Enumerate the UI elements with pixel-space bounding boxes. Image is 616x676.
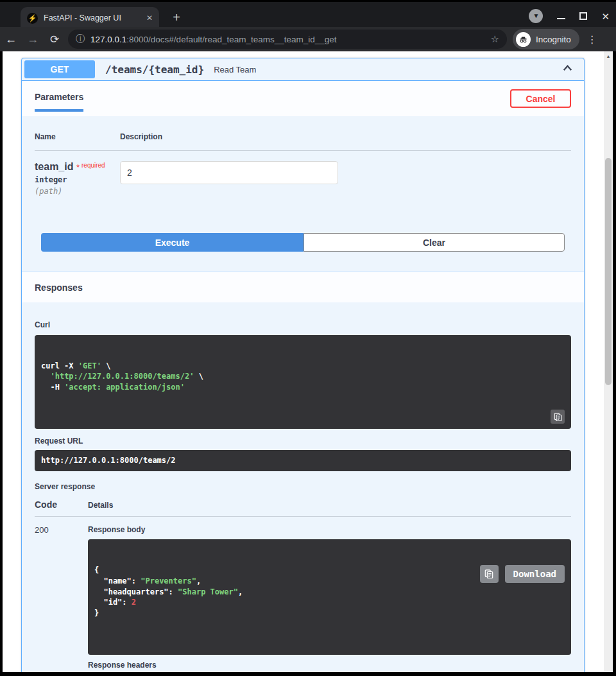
url-path: :8000/docs#/default/read_team_teams__tea… [126,35,336,44]
required-label: required [81,162,105,169]
column-description-header: Description [120,132,162,141]
response-details-cell: Response body { "name": "Preventers", "h… [88,525,571,672]
bookmark-star-icon[interactable]: ☆ [491,33,499,45]
browser-chrome: ⚡ FastAPI - Swagger UI ✕ + ▼ ✕ ← → ⟳ ⓘ 1… [0,0,616,51]
parameter-location: (path) [35,187,120,196]
url-text[interactable]: 127.0.0.1:8000/docs#/default/read_team_t… [90,35,486,44]
response-body-label: Response body [88,525,571,534]
responses-section-header: Responses [22,272,584,302]
parameters-section-header: Parameters Cancel [22,81,584,116]
parameter-value-cell [120,161,338,196]
parameters-table-header: Name Description [35,132,571,151]
column-name-header: Name [35,132,120,141]
download-button[interactable]: Download [505,565,565,583]
server-response-table-header: Code Details [35,499,571,517]
tab-title: FastAPI - Swagger UI [44,13,142,22]
scrollbar-thumb[interactable] [605,158,612,385]
tab-close-icon[interactable]: ✕ [146,13,153,22]
fastapi-favicon-icon: ⚡ [27,13,38,24]
scrollbar-up-icon[interactable]: ▲ [604,51,613,58]
curl-command: curl -X 'GET' \ 'http://127.0.0.1:8000/t… [41,361,565,393]
response-body-block: { "name": "Preventers", "headquarters": … [88,539,571,655]
tab-strip: ⚡ FastAPI - Swagger UI ✕ + ▼ ✕ [0,0,616,27]
responses-title: Responses [35,282,83,293]
curl-label: Curl [35,320,571,329]
parameter-row: team_id *required integer (path) [35,151,571,196]
details-column-header: Details [88,501,571,510]
server-response-label: Server response [35,482,571,491]
browser-tab[interactable]: ⚡ FastAPI - Swagger UI ✕ [21,7,159,29]
team-id-input[interactable] [120,161,338,184]
required-star: * [76,162,80,172]
curl-code-block: curl -X 'GET' \ 'http://127.0.0.1:8000/t… [35,335,571,429]
incognito-badge: Incognito [513,29,579,49]
http-method-badge: GET [24,60,95,78]
site-info-icon[interactable]: ⓘ [76,33,85,45]
clear-button[interactable]: Clear [304,233,565,252]
forward-icon[interactable]: → [22,33,44,46]
response-headers-label: Response headers [88,661,571,670]
parameter-name: team_id [35,161,73,172]
browser-toolbar: ← → ⟳ ⓘ 127.0.0.1:8000/docs#/default/rea… [0,27,616,51]
response-body-buttons: Download [480,565,565,583]
incognito-label: Incognito [536,35,571,44]
endpoint-summary: Read Team [214,65,561,74]
status-code: 200 [35,525,88,672]
swagger-page: GET /teams/{team_id} Read Team Parameter… [3,51,604,672]
responses-body: Curl curl -X 'GET' \ 'http://127.0.0.1:8… [22,302,584,672]
close-window-button[interactable]: ✕ [601,12,610,21]
incognito-icon [516,32,531,47]
browser-window: ⚡ FastAPI - Swagger UI ✕ + ▼ ✕ ← → ⟳ ⓘ 1… [0,0,616,676]
execute-button[interactable]: Execute [41,233,304,252]
opblock-summary[interactable]: GET /teams/{team_id} Read Team [22,58,584,81]
server-response-row: 200 Response body { "name": "Preventers"… [35,517,571,672]
request-url-label: Request URL [35,437,571,446]
collapse-chevron-icon[interactable] [561,62,574,77]
request-url-block: http://127.0.0.1:8000/teams/2 [35,450,571,471]
parameters-body: Name Description team_id *required integ… [22,116,584,272]
cancel-button[interactable]: Cancel [510,89,571,108]
back-icon[interactable]: ← [0,33,22,46]
endpoint-path: /teams/{team_id} [105,64,204,76]
copy-curl-button[interactable] [551,410,565,424]
code-column-header: Code [35,499,88,510]
parameter-type: integer [35,175,120,184]
browser-menu-icon[interactable]: ⋮ [585,33,600,46]
window-controls: ▼ ✕ [529,9,610,23]
new-tab-button[interactable]: + [168,10,185,26]
scrollbar[interactable]: ▲ [604,51,613,672]
url-bar[interactable]: ⓘ 127.0.0.1:8000/docs#/default/read_team… [68,30,507,49]
parameter-name-cell: team_id *required integer (path) [35,161,120,196]
opblock-get-teams: GET /teams/{team_id} Read Team Parameter… [21,58,585,672]
reload-icon[interactable]: ⟳ [44,33,65,46]
tab-parameters[interactable]: Parameters [35,92,83,112]
url-host: 127.0.0.1 [90,35,126,44]
maximize-button[interactable] [579,12,587,20]
execute-row: Execute Clear [41,233,565,252]
tab-search-icon[interactable]: ▼ [529,9,543,23]
minimize-button[interactable] [557,18,565,19]
copy-response-button[interactable] [480,565,499,583]
request-url-value: http://127.0.0.1:8000/teams/2 [41,455,176,466]
